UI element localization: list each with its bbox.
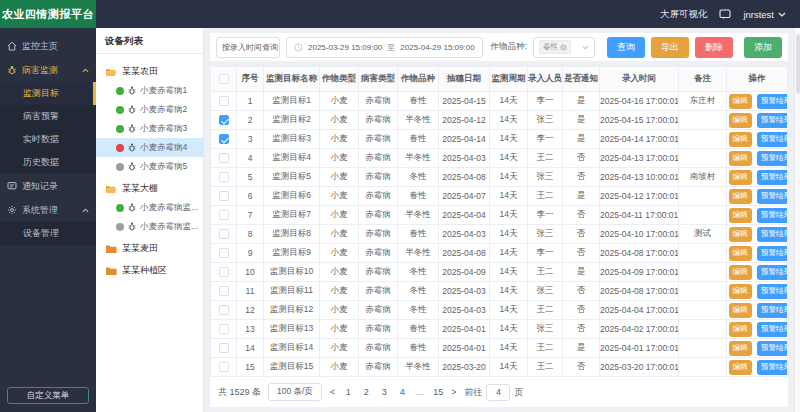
row-checkbox[interactable] [219,324,229,334]
close-icon[interactable] [560,44,567,51]
warning-result-button[interactable]: 预警结果 [757,132,788,147]
row-checkbox[interactable] [219,248,229,258]
row-checkbox[interactable] [219,210,229,220]
edit-button[interactable]: 编辑 [729,284,752,299]
next-page-button[interactable]: > [450,387,457,397]
tree-device-item[interactable]: 小麦赤霉病监... [96,217,203,236]
warning-result-button[interactable]: 预警结果 [757,246,788,261]
warning-result-button[interactable]: 预警结果 [757,360,788,375]
row-checkbox[interactable] [219,134,229,144]
edit-button[interactable]: 编辑 [729,246,752,261]
sidebar-item-notifications[interactable]: 通知记录 [0,174,96,198]
edit-button[interactable]: 编辑 [729,322,752,337]
edit-button[interactable]: 编辑 [729,113,752,128]
table-row[interactable]: 3 监测目标3 小麦 赤霉病 春性 2025-04-14 14天 李一 是 20… [211,130,788,149]
search-button[interactable]: 查询 [607,37,645,58]
sidebar-subitem-realtime-data[interactable]: 实时数据 [0,128,96,151]
warning-result-button[interactable]: 预警结果 [757,94,788,109]
add-button[interactable]: 添加 [744,37,782,58]
table-row[interactable]: 2 监测目标2 小麦 赤霉病 半冬性 2025-04-12 14天 张三 是 2… [211,111,788,130]
tree-device-item[interactable]: 小麦赤霉病1 [96,81,203,100]
row-checkbox[interactable] [219,115,229,125]
sidebar-item-disease-monitoring[interactable]: 病害监测 [0,58,96,82]
scrollbar-thumb[interactable] [796,34,800,94]
tree-folder[interactable]: 某某农田 [96,62,203,81]
warning-result-button[interactable]: 预警结果 [757,227,788,242]
table-row[interactable]: 12 监测目标12 小麦 赤霉病 冬性 2025-04-03 14天 王二 否 … [211,301,788,320]
warning-result-button[interactable]: 预警结果 [757,189,788,204]
query-type-select[interactable]: 按录入时间查询 [216,37,280,58]
edit-button[interactable]: 编辑 [729,360,752,375]
warning-result-button[interactable]: 预警结果 [757,113,788,128]
sidebar-item-home[interactable]: 监控主页 [0,34,96,58]
warning-result-button[interactable]: 预警结果 [757,341,788,356]
user-menu[interactable]: jnrstest [743,9,786,20]
sidebar-subitem-monitor-target[interactable]: 监测目标 [0,82,96,105]
table-row[interactable]: 8 监测目标8 小麦 赤霉病 春性 2025-04-03 14天 张三 否 20… [211,225,788,244]
tree-device-item[interactable]: 小麦赤霉病监... [96,198,203,217]
tree-device-item[interactable]: 小麦赤霉病2 [96,100,203,119]
row-checkbox[interactable] [219,267,229,277]
page-number[interactable]: 4 [397,387,407,397]
sidebar-subitem-device-management[interactable]: 设备管理 [0,222,96,245]
table-row[interactable]: 15 监测目标15 小麦 赤霉病 半冬性 2025-03-20 14天 王二 否… [211,358,788,377]
row-checkbox[interactable] [219,362,229,372]
row-checkbox[interactable] [219,229,229,239]
page-number[interactable]: 3 [379,387,389,397]
edit-button[interactable]: 编辑 [729,341,752,356]
page-number[interactable]: 2 [361,387,371,397]
scrollbar[interactable] [794,28,800,412]
sidebar-subitem-history-data[interactable]: 历史数据 [0,151,96,174]
table-row[interactable]: 11 监测目标11 小麦 赤霉病 冬性 2025-04-03 14天 张三 否 … [211,282,788,301]
edit-button[interactable]: 编辑 [729,94,752,109]
big-screen-link[interactable]: 大屏可视化 [660,8,708,21]
edit-button[interactable]: 编辑 [729,227,752,242]
edit-button[interactable]: 编辑 [729,151,752,166]
date-range-picker[interactable]: 2025-03-29 15:09:00 至 2025-04-29 15:09:0… [286,37,483,58]
table-row[interactable]: 5 监测目标5 小麦 赤霉病 冬性 2025-04-08 14天 张三 否 20… [211,168,788,187]
page-number[interactable]: 1 [343,387,353,397]
message-icon[interactable] [719,9,731,20]
warning-result-button[interactable]: 预警结果 [757,151,788,166]
table-row[interactable]: 6 监测目标6 小麦 赤霉病 春性 2025-04-07 14天 王二 是 20… [211,187,788,206]
table-row[interactable]: 9 监测目标9 小麦 赤霉病 半冬性 2025-04-08 14天 李一 否 2… [211,244,788,263]
table-row[interactable]: 14 监测目标14 小麦 赤霉病 春性 2025-04-01 14天 王二 是 … [211,339,788,358]
tree-device-item[interactable]: 小麦赤霉病5 [96,157,203,176]
row-checkbox[interactable] [219,191,229,201]
page-number[interactable]: 15 [433,387,443,397]
prev-page-button[interactable]: < [329,387,336,397]
edit-button[interactable]: 编辑 [729,208,752,223]
row-checkbox[interactable] [219,96,229,106]
edit-button[interactable]: 编辑 [729,303,752,318]
tree-folder[interactable]: 某某大棚 [96,179,203,198]
table-row[interactable]: 1 监测目标1 小麦 赤霉病 春性 2025-04-15 14天 李一 是 20… [211,92,788,111]
warning-result-button[interactable]: 预警结果 [757,208,788,223]
sidebar-subitem-disease-warning[interactable]: 病害预警 [0,105,96,128]
table-row[interactable]: 10 监测目标10 小麦 赤霉病 冬性 2025-04-09 14天 王二 是 … [211,263,788,282]
tree-folder[interactable]: 某某麦田 [96,239,203,258]
delete-button[interactable]: 删除 [695,37,733,58]
custom-menu-button[interactable]: 自定义菜单 [7,387,89,404]
row-checkbox[interactable] [219,343,229,353]
edit-button[interactable]: 编辑 [729,132,752,147]
page-size-select[interactable]: 100 条/页 [268,383,322,401]
variety-select[interactable]: 春性 [533,37,595,58]
export-button[interactable]: 导出 [651,37,689,58]
tree-device-item[interactable]: 小麦赤霉病3 [96,119,203,138]
row-checkbox[interactable] [219,153,229,163]
row-checkbox[interactable] [219,286,229,296]
row-checkbox[interactable] [219,172,229,182]
tree-folder[interactable]: 某某种植区 [96,261,203,280]
tree-device-item[interactable]: 小麦赤霉病4 [96,138,203,157]
warning-result-button[interactable]: 预警结果 [757,170,788,185]
table-row[interactable]: 7 监测目标7 小麦 赤霉病 半冬性 2025-04-04 14天 李一 否 2… [211,206,788,225]
edit-button[interactable]: 编辑 [729,265,752,280]
goto-page-input[interactable] [486,384,510,401]
table-row[interactable]: 4 监测目标4 小麦 赤霉病 半冬性 2025-04-03 14天 王二 否 2… [211,149,788,168]
edit-button[interactable]: 编辑 [729,189,752,204]
warning-result-button[interactable]: 预警结果 [757,284,788,299]
warning-result-button[interactable]: 预警结果 [757,265,788,280]
select-all-checkbox[interactable] [219,74,229,84]
warning-result-button[interactable]: 预警结果 [757,322,788,337]
table-row[interactable]: 13 监测目标13 小麦 赤霉病 春性 2025-04-01 14天 张三 否 … [211,320,788,339]
